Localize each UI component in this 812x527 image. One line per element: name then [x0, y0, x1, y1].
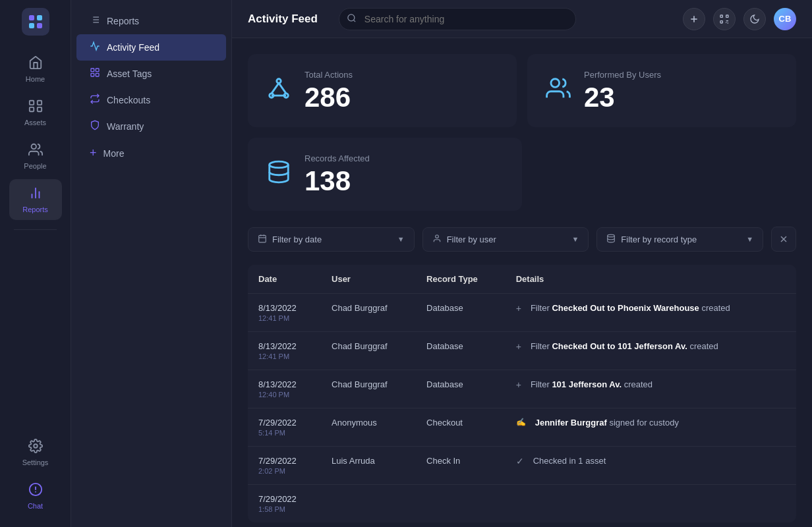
cell-date: 8/13/202212:40 PM [248, 370, 321, 408]
filter-record-type-icon [606, 234, 616, 245]
sidebar-item-activity-feed[interactable]: Activity Feed [76, 34, 226, 61]
cell-details: +Filter Checked Out to Phoenix Warehouse… [506, 294, 796, 332]
cell-record-type: Database [416, 294, 506, 332]
add-button[interactable] [683, 8, 705, 30]
warranty-menu-icon [90, 120, 100, 133]
sidebar-item-settings[interactable]: Settings [9, 432, 62, 473]
svg-rect-22 [91, 69, 94, 72]
sidebar-item-warranty[interactable]: Warranty [76, 113, 226, 140]
detail-text: Jennifer Burggraf signed for custody [535, 418, 679, 428]
search-input[interactable] [339, 8, 576, 30]
sidebar-item-more[interactable]: + More [76, 140, 226, 167]
filter-record-type-label: Filter by record type [621, 235, 741, 244]
records-affected-info: Records Affected 138 [304, 153, 370, 195]
cell-record-type: Database [416, 370, 506, 408]
checkouts-menu-icon [90, 94, 100, 107]
detail-text: Filter Checked Out to Phoenix Warehouse … [531, 303, 730, 313]
svg-point-42 [551, 78, 560, 87]
reports-menu-label: Reports [107, 16, 139, 26]
page-title: Activity Feed [248, 13, 318, 26]
svg-line-27 [353, 20, 355, 22]
cell-record-type: Database [416, 332, 506, 370]
detail-check-icon: ✓ [516, 456, 524, 466]
svg-rect-2 [29, 23, 34, 28]
sidebar-item-home[interactable]: Home [9, 49, 62, 90]
filter-user-label: Filter by user [447, 235, 567, 244]
total-actions-value: 286 [304, 84, 353, 111]
activity-feed-menu-icon [90, 41, 100, 54]
cell-date: 8/13/202212:41 PM [248, 294, 321, 332]
cell-date: 8/13/202212:41 PM [248, 332, 321, 370]
filter-clear-button[interactable] [771, 227, 796, 252]
cell-user: Anonymous [321, 408, 416, 447]
activity-feed-menu-label: Activity Feed [107, 42, 160, 53]
svg-rect-23 [96, 69, 99, 72]
cell-details: +Filter Checked Out to 101 Jefferson Av.… [506, 332, 796, 370]
main-content: Activity Feed CB [232, 0, 812, 527]
svg-line-40 [279, 83, 286, 94]
detail-text: Filter 101 Jefferson Av. created [531, 379, 652, 389]
performed-by-users-value: 23 [584, 84, 661, 111]
sidebar-item-assets[interactable]: Assets [9, 92, 62, 133]
total-actions-icon [266, 76, 291, 106]
table-row: 8/13/202212:41 PMChad BurggrafDatabase+F… [248, 332, 796, 370]
filter-record-type[interactable]: Filter by record type ▼ [596, 227, 763, 252]
sidebar-item-checkouts[interactable]: Checkouts [76, 87, 226, 113]
records-row: Records Affected 138 [248, 138, 796, 211]
performed-by-users-icon [546, 76, 571, 106]
col-user: User [321, 265, 416, 294]
sidebar-divider [14, 229, 56, 230]
chat-label: Chat [28, 502, 43, 510]
user-avatar[interactable]: CB [774, 8, 796, 30]
cell-date: 7/29/20221:58 PM [248, 485, 321, 523]
reports-menu-icon [90, 14, 100, 28]
col-details: Details [506, 265, 796, 294]
warranty-menu-label: Warranty [107, 121, 144, 132]
icon-sidebar: Home Assets People [0, 0, 71, 527]
filter-user[interactable]: Filter by user ▼ [422, 227, 589, 252]
col-record-type: Record Type [416, 265, 506, 294]
detail-sign-icon: ✍ [516, 418, 526, 427]
performed-by-users-card: Performed By Users 23 [527, 54, 796, 127]
sidebar-item-people[interactable]: People [9, 136, 62, 177]
more-menu-icon: + [90, 146, 97, 160]
svg-rect-1 [37, 15, 42, 20]
filter-date-icon [258, 234, 267, 245]
activity-table: Date User Record Type Details 8/13/20221… [248, 265, 796, 522]
theme-toggle[interactable] [743, 8, 766, 30]
svg-rect-30 [720, 15, 722, 17]
svg-line-39 [272, 83, 279, 94]
filter-date[interactable]: Filter by date ▼ [248, 227, 415, 252]
reports-icon [28, 186, 43, 203]
cell-user: Chad Burggraf [321, 332, 416, 370]
svg-rect-25 [96, 73, 99, 76]
assets-label: Assets [24, 119, 46, 126]
sidebar-item-chat[interactable]: Chat [9, 476, 62, 516]
search-bar [339, 8, 576, 30]
cell-user: Chad Burggraf [321, 370, 416, 408]
sidebar-item-reports[interactable]: Reports [9, 179, 62, 220]
svg-point-26 [348, 14, 355, 20]
home-icon [28, 55, 43, 72]
scan-button[interactable] [713, 8, 736, 30]
stats-row-top: Total Actions 286 Performed By Users 23 [248, 54, 796, 127]
sidebar-item-reports[interactable]: Reports [76, 8, 226, 34]
col-date: Date [248, 265, 321, 294]
table-row: 8/13/202212:40 PMChad BurggrafDatabase+F… [248, 370, 796, 408]
more-menu-label: More [103, 148, 125, 159]
records-affected-value: 138 [304, 167, 370, 195]
search-icon [347, 13, 357, 25]
filter-date-label: Filter by date [272, 235, 392, 244]
topbar-actions: CB [683, 8, 796, 30]
filter-user-icon [432, 234, 442, 245]
sidebar-item-asset-tags[interactable]: Asset Tags [76, 61, 226, 87]
settings-icon [28, 439, 43, 456]
asset-tags-menu-label: Asset Tags [107, 69, 152, 79]
svg-rect-4 [29, 101, 33, 105]
records-affected-label: Records Affected [304, 153, 370, 163]
svg-point-8 [31, 144, 36, 149]
app-logo[interactable] [22, 8, 49, 36]
performed-by-users-info: Performed By Users 23 [584, 70, 661, 111]
svg-point-43 [270, 161, 289, 168]
total-actions-card: Total Actions 286 [248, 54, 517, 127]
